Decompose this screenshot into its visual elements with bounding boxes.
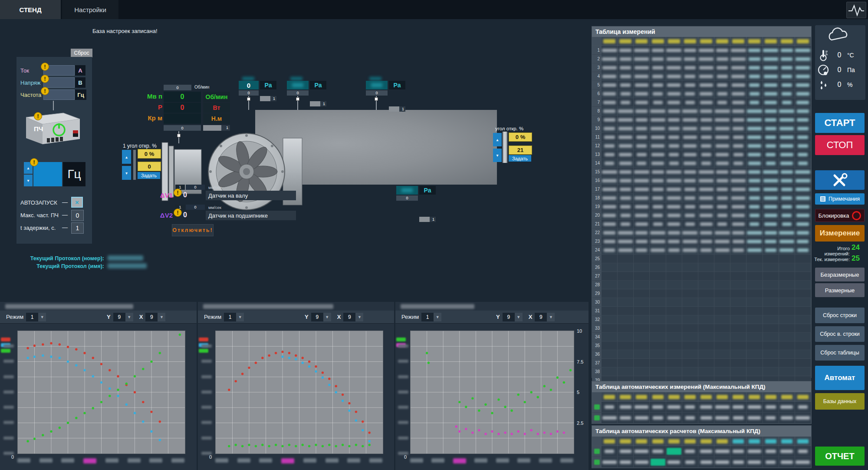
table-cell[interactable]: [698, 159, 714, 167]
table-cell[interactable]: [763, 211, 779, 219]
table-cell[interactable]: [763, 457, 779, 467]
table-cell[interactable]: [763, 324, 779, 332]
table-cell[interactable]: [779, 367, 795, 376]
table-cell[interactable]: [746, 413, 763, 423]
table-cell[interactable]: [779, 315, 795, 324]
table-cell[interactable]: [714, 341, 730, 350]
table-cell[interactable]: [602, 124, 618, 132]
table-cell[interactable]: [714, 315, 730, 324]
table-cell[interactable]: [602, 72, 618, 80]
table-cell[interactable]: [714, 194, 730, 202]
table-cell[interactable]: [666, 263, 682, 271]
table-cell[interactable]: [618, 194, 634, 202]
table-cell[interactable]: [714, 142, 730, 150]
table-cell[interactable]: [698, 89, 714, 98]
table-cell[interactable]: [795, 98, 811, 106]
table-cell[interactable]: [730, 194, 746, 202]
table-cell[interactable]: [682, 341, 698, 350]
table-cell[interactable]: [746, 81, 763, 89]
tools-button[interactable]: [815, 170, 865, 190]
table-cell[interactable]: [634, 107, 650, 115]
table-row[interactable]: 32: [592, 315, 811, 324]
table-cell[interactable]: [730, 457, 746, 467]
table-cell[interactable]: [795, 176, 811, 185]
measure-button[interactable]: Измерение: [815, 225, 865, 242]
table-row[interactable]: 11: [592, 133, 811, 142]
table-cell[interactable]: [779, 89, 795, 98]
table-cell[interactable]: [779, 237, 795, 245]
max-frequency-input[interactable]: 0: [71, 210, 84, 221]
table-cell[interactable]: [763, 168, 779, 176]
table-cell[interactable]: [714, 98, 730, 106]
table-row[interactable]: 20: [592, 211, 811, 220]
table-cell[interactable]: [779, 307, 795, 315]
table-cell[interactable]: [746, 237, 763, 245]
table-cell[interactable]: [666, 359, 682, 367]
table-cell[interactable]: [746, 124, 763, 132]
table-cell[interactable]: [746, 72, 763, 80]
table-cell[interactable]: [730, 202, 746, 211]
table-cell[interactable]: [698, 413, 714, 423]
table-cell[interactable]: [746, 289, 763, 298]
table-cell[interactable]: [730, 168, 746, 176]
table-cell[interactable]: [763, 98, 779, 106]
table-cell[interactable]: [634, 194, 650, 202]
table-cell[interactable]: [666, 150, 682, 159]
table-cell[interactable]: [650, 89, 666, 98]
table-cell[interactable]: [730, 63, 746, 72]
table-cell[interactable]: [618, 81, 634, 89]
table-cell[interactable]: [714, 81, 730, 89]
table-cell[interactable]: [650, 220, 666, 228]
table-cell[interactable]: [682, 63, 698, 72]
table-row[interactable]: 2: [592, 55, 811, 63]
table-cell[interactable]: [650, 359, 666, 367]
table-cell[interactable]: [779, 46, 795, 54]
table-cell[interactable]: [618, 55, 634, 63]
table-cell[interactable]: [698, 116, 714, 124]
table-cell[interactable]: [795, 457, 811, 467]
table-cell[interactable]: [634, 176, 650, 185]
lock-button[interactable]: Блокировка: [815, 209, 865, 222]
table-cell[interactable]: [714, 263, 730, 271]
table-cell[interactable]: [746, 298, 763, 306]
table-row[interactable]: 8: [592, 107, 811, 116]
table-cell[interactable]: [795, 185, 811, 193]
table-cell[interactable]: [730, 72, 746, 80]
table-cell[interactable]: [714, 298, 730, 306]
table-cell[interactable]: [795, 255, 811, 263]
table-cell[interactable]: [714, 124, 730, 132]
table-cell[interactable]: [682, 246, 698, 254]
table-cell[interactable]: [698, 150, 714, 159]
table-cell[interactable]: [714, 446, 730, 457]
table-cell[interactable]: [746, 228, 763, 237]
table-cell[interactable]: [714, 176, 730, 185]
table-cell[interactable]: [763, 298, 779, 306]
table-cell[interactable]: [634, 315, 650, 324]
table-cell[interactable]: [666, 298, 682, 306]
table-cell[interactable]: [779, 298, 795, 306]
table-cell[interactable]: [666, 55, 682, 63]
table-cell[interactable]: [650, 55, 666, 63]
table-row[interactable]: [592, 402, 811, 413]
table-cell[interactable]: [746, 402, 763, 412]
table-cell[interactable]: [698, 55, 714, 63]
table-cell[interactable]: [779, 457, 795, 467]
table-cell[interactable]: [746, 185, 763, 193]
table-cell[interactable]: [746, 281, 763, 289]
table-cell[interactable]: [763, 315, 779, 324]
table-cell[interactable]: [618, 367, 634, 376]
table-cell[interactable]: [779, 289, 795, 298]
table-cell[interactable]: [634, 133, 650, 141]
table-row[interactable]: 30: [592, 298, 811, 307]
tab-stend[interactable]: СТЕНД: [0, 0, 61, 19]
table-cell[interactable]: [779, 263, 795, 271]
valve-slider-bar[interactable]: [503, 132, 507, 163]
table-cell[interactable]: [634, 159, 650, 167]
table-cell[interactable]: [602, 89, 618, 98]
table-cell[interactable]: [602, 446, 618, 457]
table-cell[interactable]: [602, 202, 618, 211]
table-cell[interactable]: [746, 324, 763, 332]
table-row[interactable]: [592, 457, 811, 468]
table-cell[interactable]: [730, 333, 746, 341]
table-cell[interactable]: [746, 341, 763, 350]
